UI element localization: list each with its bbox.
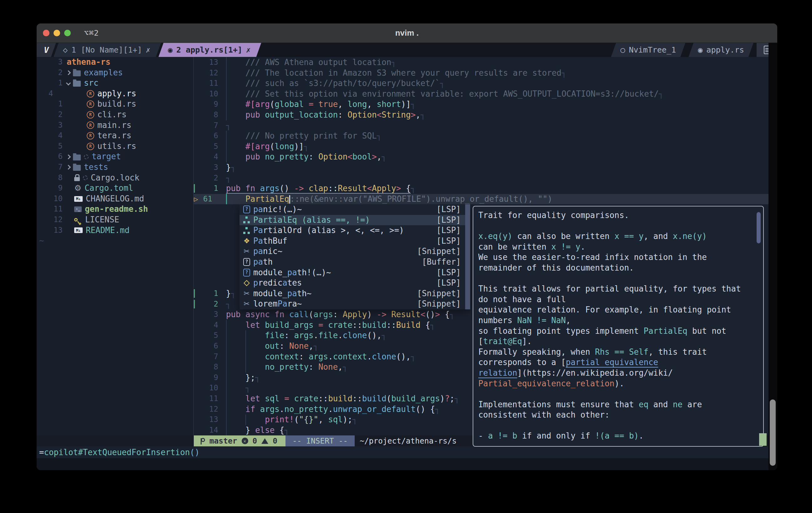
completion-item[interactable]: ✂loremPara~[Snippet]	[239, 299, 470, 309]
completion-item[interactable]: PartialEq (alias ==, !=)[LSP]	[239, 215, 470, 225]
eol-marker: ┐	[231, 289, 236, 298]
code-line[interactable]: 12 /// The location in Amazon S3 where y…	[194, 68, 768, 79]
folder-open-icon	[73, 81, 81, 87]
tree-item-CHANGELOG-md[interactable]: 10M↓CHANGELOG.md	[37, 193, 193, 204]
code-token: ()	[426, 310, 435, 319]
code-token: do not have a full	[478, 295, 566, 304]
tree-item-cli-rs[interactable]: 2Rcli.rs	[37, 110, 193, 120]
circle-icon: ○	[620, 46, 625, 54]
close-tab-icon[interactable]: ✗	[146, 46, 150, 54]
code-token	[226, 99, 245, 110]
code-line[interactable]: 5 #[arg(long)]┐	[194, 141, 768, 152]
completion-item[interactable]: predicates[LSP]	[239, 278, 470, 289]
wintab-NvimTree_1[interactable]: ○NvimTree_1	[611, 43, 686, 57]
completion-item[interactable]: ?module_path!(…)~[LSP]	[239, 267, 470, 278]
code-token: can be written	[478, 242, 551, 251]
completion-scrollbar[interactable]	[465, 204, 470, 309]
code-line[interactable]: 11 /// such as `s3://path/to/query/bucke…	[194, 78, 768, 89]
code-token: global	[274, 99, 303, 109]
code-token	[226, 194, 245, 205]
sign-column	[194, 110, 202, 120]
rust-file-icon: R	[87, 143, 94, 150]
code-line[interactable]: 10 /// Set this option via environment v…	[194, 89, 768, 99]
code-token: ,	[338, 99, 347, 109]
tab-1-No-Name-1-[interactable]: ◇1 [No Name][1+]✗	[54, 43, 161, 57]
tree-item-athena-rs[interactable]: 3athena-rs	[37, 57, 193, 67]
code-token: PartialEq	[644, 326, 688, 336]
tab-2-apply-rs-1-[interactable]: ◉2 apply.rs[1+]✗	[158, 43, 261, 57]
code-line[interactable]: 6 /// No pretty print for SQL┐	[194, 131, 768, 141]
tree-item-tera-rs[interactable]: 4Rtera.rs	[37, 130, 193, 141]
sign-column	[194, 309, 202, 320]
sign-column	[194, 173, 202, 184]
tree-item-label: CHANGELOG.md	[86, 193, 144, 204]
code-line[interactable]: 8 pub output_location: Option<String>,┐	[194, 110, 768, 120]
tree-item-utils-rs[interactable]: 5Rutils.rs	[37, 141, 193, 152]
line-number: 1	[202, 183, 221, 194]
struct-icon	[243, 280, 250, 286]
tree-item-build-rs[interactable]: 1Rbuild.rs	[37, 99, 193, 110]
completion-item[interactable]: ?path[Buffer]	[239, 257, 470, 267]
code-line[interactable]: 7┐	[194, 120, 768, 131]
tree-item-label: README.md	[86, 225, 129, 236]
code-token	[226, 89, 245, 99]
doc-line: Trait for equality comparisons.	[478, 210, 763, 221]
tree-item-apply-rs[interactable]: 4Rapply.rs	[37, 89, 193, 99]
code-line[interactable]: 13 /// AWS Athena output location┐	[194, 57, 768, 68]
line-number	[202, 215, 221, 225]
tree-item-gen-readme-sh[interactable]: 11›_gen-readme.sh	[37, 204, 193, 215]
macro-icon: ?	[243, 269, 250, 276]
code-token: clap	[309, 184, 328, 193]
tree-line-number: 1	[37, 78, 63, 89]
code-token: Option	[347, 110, 377, 120]
code-line[interactable]: ▷61 PartialEq::ne(&env::var("AWS_PROFILE…	[194, 194, 768, 205]
tree-item-main-rs[interactable]: 3Rmain.rs	[37, 120, 193, 131]
git-change-sign: ▎	[194, 299, 202, 310]
close-tab-icon[interactable]: ✗	[246, 46, 251, 54]
tree-item-label: tests	[84, 162, 108, 173]
tree-item-tests[interactable]: 7tests	[37, 162, 193, 173]
tree-item-README-md[interactable]: 13M↓README.md	[37, 225, 193, 236]
eol-marker: ┐	[411, 352, 416, 361]
tree-item-examples[interactable]: 2examples	[37, 67, 193, 78]
sign-column	[194, 215, 202, 225]
completion-item[interactable]: ❖PathBuf[LSP]	[239, 236, 470, 246]
tree-item-label: gen-readme.sh	[85, 204, 148, 215]
completion-item[interactable]: ✂panic~[Snippet]	[239, 246, 470, 257]
tree-line-number: 4	[37, 130, 63, 141]
warning-count: 0	[273, 436, 277, 446]
code-token: ).	[614, 379, 624, 388]
line-number: 3	[202, 309, 221, 320]
completion-item[interactable]: ?panic!(…)~[LSP]	[239, 204, 470, 215]
tree-item-src[interactable]: 1src	[37, 78, 193, 89]
code-line[interactable]: 4 pub no_pretty: Option<bool>,┐	[194, 152, 768, 162]
code-token: let	[245, 394, 265, 403]
doc-scrollbar-thumb[interactable]	[757, 212, 761, 243]
completion-item[interactable]: ✂module_path~[Snippet]	[239, 289, 470, 299]
tree-item-LICENSE[interactable]: 12LICENSE	[37, 215, 193, 225]
code-token: :	[309, 152, 318, 161]
code-token	[226, 330, 245, 341]
tab-label: 2 apply.rs[1+]	[176, 46, 242, 54]
code-token: fn	[274, 310, 289, 319]
terminal-scrollbar-thumb[interactable]	[770, 399, 776, 466]
tree-item-Cargo-lock[interactable]: 8Cargo.lock	[37, 173, 193, 183]
tree-line-number: 6	[37, 151, 63, 162]
code-line[interactable]: ▎1pub fn args() -> clap::Result<Apply> {…	[194, 183, 768, 194]
code-token: sql	[328, 415, 343, 424]
wintab-apply-rs[interactable]: ◉apply.rs	[689, 43, 753, 57]
tree-item-label: main.rs	[97, 120, 132, 131]
code-line[interactable]: 2┐	[194, 173, 768, 184]
code-token: :	[309, 362, 318, 372]
sign-column	[194, 393, 202, 404]
tree-item-label: build.rs	[97, 99, 136, 110]
module-icon: ❖	[243, 236, 250, 246]
command-line[interactable]: =copilot#TextQueuedForInsertion()	[37, 446, 768, 458]
eol-marker: ┐	[430, 320, 435, 330]
completion-item[interactable]: PartialOrd (alias >, <, <=, >=)[LSP]	[239, 225, 470, 236]
tree-item-Cargo-toml[interactable]: 9⚙Cargo.toml	[37, 183, 193, 193]
tree-item-target[interactable]: 6target	[37, 151, 193, 162]
code-token: :	[299, 352, 309, 361]
code-line[interactable]: 3}┐	[194, 162, 768, 173]
code-line[interactable]: 9 #[arg(global = true, long, short)]┐	[194, 99, 768, 110]
